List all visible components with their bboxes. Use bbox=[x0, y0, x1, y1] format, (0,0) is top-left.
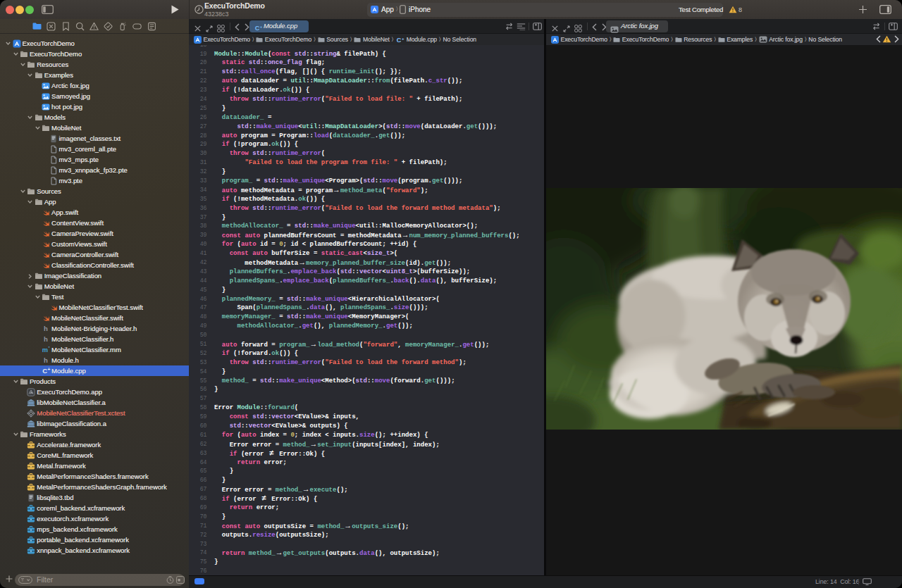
svg-text:h: h bbox=[44, 325, 48, 332]
svg-text:+: + bbox=[402, 36, 404, 40]
svg-text:+: + bbox=[48, 367, 51, 372]
svg-text:': ' bbox=[49, 346, 50, 351]
svg-text:+: + bbox=[260, 25, 263, 29]
svg-text:C: C bbox=[397, 37, 402, 44]
svg-text:h: h bbox=[44, 335, 48, 343]
svg-text:C: C bbox=[42, 367, 47, 375]
svg-text:C: C bbox=[255, 25, 260, 32]
svg-text:h: h bbox=[44, 356, 48, 364]
svg-text:m: m bbox=[42, 346, 48, 354]
